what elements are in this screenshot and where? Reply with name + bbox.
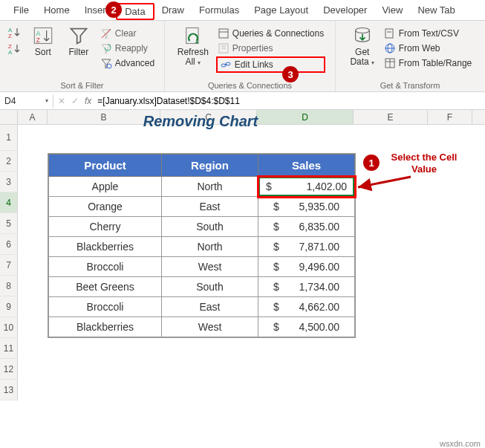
tab-newtab[interactable]: New Tab	[410, 1, 462, 20]
worksheet-grid[interactable]: A B C D E F 12345678910111213 Removing C…	[0, 110, 485, 400]
table-row[interactable]: CherrySouth$6,835.00	[49, 217, 355, 237]
row-3[interactable]: 3	[0, 172, 18, 192]
cell-region[interactable]: North	[162, 237, 258, 257]
cell-product[interactable]: Cherry	[49, 217, 162, 237]
table-row[interactable]: AppleNorth$1,402.00	[49, 177, 355, 197]
sort-za-icon[interactable]: ZA	[8, 43, 23, 55]
filter-button[interactable]: Filter	[63, 24, 94, 59]
row-10[interactable]: 10	[0, 317, 18, 338]
cell-product[interactable]: Blackberries	[49, 237, 162, 257]
sort-icon: AZ	[33, 25, 53, 46]
name-box[interactable]: D4▾	[0, 94, 53, 108]
cell-sales[interactable]: $4,662.00	[258, 297, 355, 317]
get-data-label: Get Data ▾	[348, 48, 377, 67]
tab-home[interactable]: Home	[36, 1, 77, 20]
fx-icon[interactable]: fx	[85, 96, 91, 106]
properties-button[interactable]: Properties	[216, 42, 325, 55]
cell-region[interactable]: West	[162, 257, 258, 277]
cell-sales[interactable]: $1,734.00	[258, 277, 355, 297]
from-text-csv-button[interactable]: From Text/CSV	[383, 27, 474, 40]
row-9[interactable]: 9	[0, 296, 18, 317]
tab-draw[interactable]: Draw	[154, 1, 192, 20]
cell-product[interactable]: Orange	[49, 197, 162, 217]
cell-region[interactable]: South	[162, 277, 258, 297]
row-6[interactable]: 6	[0, 234, 18, 255]
cell-sales[interactable]: $7,871.00	[258, 237, 355, 257]
svg-text:A: A	[36, 30, 40, 37]
row-8[interactable]: 8	[0, 276, 18, 296]
cell-product[interactable]: Blackberries	[49, 317, 162, 337]
refresh-all-button[interactable]: Refresh All ▾	[175, 24, 212, 68]
clear-button[interactable]: Clear	[99, 27, 156, 40]
row-1[interactable]: 1	[0, 125, 18, 151]
from-web-button[interactable]: From Web	[383, 42, 474, 55]
group-label-sortfilter: Sort & Filter	[60, 79, 103, 90]
cell-product[interactable]: Broccoli	[49, 257, 162, 277]
sort-az-icon[interactable]: AZ	[8, 27, 23, 39]
svg-rect-10	[219, 29, 228, 38]
cell-sales[interactable]: $9,496.00	[258, 257, 355, 277]
col-A[interactable]: A	[18, 110, 48, 124]
select-all-corner[interactable]	[0, 110, 18, 124]
advanced-button[interactable]: Advanced	[99, 56, 156, 70]
tab-file[interactable]: File	[6, 1, 36, 20]
col-F[interactable]: F	[428, 110, 472, 124]
header-region[interactable]: Region	[162, 155, 258, 177]
row-11[interactable]: 11	[0, 338, 18, 359]
cell-sales[interactable]: $6,835.00	[258, 217, 355, 237]
data-table: Product Region Sales AppleNorth$1,402.00…	[48, 153, 356, 338]
cell-product[interactable]: Beet Greens	[49, 277, 162, 297]
cell-sales[interactable]: $5,935.00	[258, 197, 355, 217]
header-sales[interactable]: Sales	[258, 155, 355, 177]
row-7[interactable]: 7	[0, 255, 18, 276]
watermark: wsxdn.com	[440, 439, 481, 448]
table-row[interactable]: BroccoliEast$4,662.00	[49, 297, 355, 317]
edit-links-icon	[220, 59, 232, 71]
svg-point-18	[355, 28, 369, 33]
table-row[interactable]: BroccoliWest$9,496.00	[49, 257, 355, 277]
web-icon	[384, 42, 396, 54]
col-E[interactable]: E	[354, 110, 428, 124]
tab-developer[interactable]: Developer	[316, 1, 374, 20]
cell-product[interactable]: Apple	[49, 177, 162, 197]
table-row[interactable]: BlackberriesNorth$7,871.00	[49, 237, 355, 257]
tab-data[interactable]: Data	[116, 3, 154, 20]
callout-badge-3: 3	[282, 66, 299, 82]
row-12[interactable]: 12	[0, 359, 18, 380]
group-label-queries: Queries & Connections	[208, 79, 292, 90]
properties-icon	[218, 42, 230, 54]
cell-region[interactable]: South	[162, 217, 258, 237]
cell-region[interactable]: East	[162, 297, 258, 317]
advanced-icon	[100, 57, 112, 69]
cell-region[interactable]: North	[162, 177, 258, 197]
filter-label: Filter	[68, 48, 88, 57]
callout-badge-2: 2	[105, 1, 122, 18]
table-row[interactable]: Beet GreensSouth$1,734.00	[49, 277, 355, 297]
table-row[interactable]: BlackberriesWest$4,500.00	[49, 317, 355, 337]
formula-input[interactable]	[97, 96, 485, 106]
chevron-down-icon[interactable]: ▾	[45, 97, 48, 104]
tab-view[interactable]: View	[374, 1, 410, 20]
cell-sales[interactable]: $1,402.00	[258, 177, 355, 197]
refresh-icon	[183, 25, 204, 46]
header-product[interactable]: Product	[49, 155, 162, 177]
table-row[interactable]: OrangeEast$5,935.00	[49, 197, 355, 217]
sort-button[interactable]: AZ Sort	[27, 24, 59, 59]
cell-region[interactable]: East	[162, 197, 258, 217]
cell-region[interactable]: West	[162, 317, 258, 337]
row-13[interactable]: 13	[0, 380, 18, 400]
get-data-button[interactable]: Get Data ▾	[347, 24, 378, 68]
cell-product[interactable]: Broccoli	[49, 297, 162, 317]
from-table-range-button[interactable]: From Table/Range	[383, 56, 474, 70]
row-5[interactable]: 5	[0, 213, 18, 234]
row-4[interactable]: 4	[0, 192, 18, 213]
cell-sales[interactable]: $4,500.00	[258, 317, 355, 337]
table-range-icon	[384, 57, 396, 69]
queries-connections-button[interactable]: Queries & Connections	[216, 27, 325, 40]
tab-pagelayout[interactable]: Page Layout	[247, 1, 316, 20]
ribbon-tabs: File Home Insert Data Draw Formulas Page…	[0, 0, 485, 21]
tab-formulas[interactable]: Formulas	[192, 1, 247, 20]
row-2[interactable]: 2	[0, 151, 18, 172]
edit-links-button[interactable]: Edit Links	[216, 56, 325, 73]
reapply-button[interactable]: Reapply	[99, 42, 156, 55]
